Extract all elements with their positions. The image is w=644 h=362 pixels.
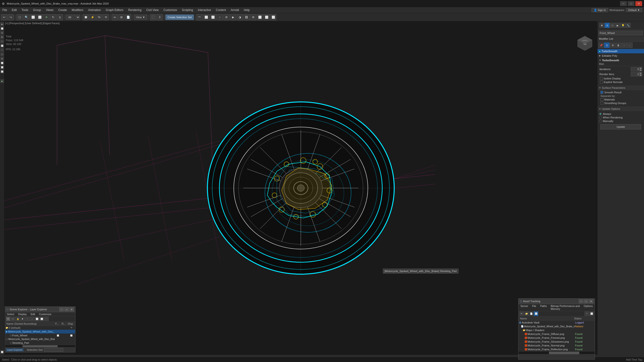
se-tb-1[interactable]: ⬡ (11, 317, 15, 321)
at-minimize-btn[interactable]: ─ (579, 299, 583, 303)
manually-radio[interactable] (599, 120, 602, 122)
settings-button[interactable]: ⚙ (250, 14, 256, 20)
left-icon-3[interactable]: ⚙ (0, 31, 4, 35)
left-icon-7[interactable]: ○ (0, 48, 4, 52)
snap-toggle-button[interactable]: 🔲 (83, 14, 89, 20)
se-scrollbar[interactable] (5, 345, 75, 347)
at-tb-help[interactable]: ? (584, 312, 589, 316)
schematic-view-button[interactable]: ⬜ (210, 14, 216, 20)
se-tb-lock[interactable]: 🔒 (16, 317, 20, 321)
menu-create[interactable]: Create (56, 8, 69, 12)
rp-display-icon[interactable]: 💡 (620, 23, 625, 28)
menu-edit[interactable]: Edit (9, 8, 19, 12)
render-iters-down[interactable]: ▼ (639, 74, 642, 76)
menu-content[interactable]: Content (214, 8, 228, 12)
at-title-bar[interactable]: ⬡ Asset Tracking ─ □ ✕ (518, 299, 595, 304)
redo-button[interactable]: ↪ (8, 14, 14, 20)
at-tb-refresh[interactable]: ↻ (520, 312, 524, 316)
extra-btn2[interactable]: ⬜ (264, 14, 270, 20)
3d-snap-button[interactable]: ⛶ (150, 14, 156, 20)
render-button[interactable]: ▶ (230, 14, 236, 20)
at-maximize-btn[interactable]: □ (584, 299, 588, 303)
left-icon-8[interactable]: ⬡ (0, 52, 4, 56)
material-editor-button[interactable]: ○ (216, 14, 223, 20)
extra-btn1[interactable]: ⬜ (257, 14, 263, 20)
when-rendering-radio[interactable] (599, 116, 602, 119)
menu-scripting[interactable]: Scripting (180, 8, 196, 12)
at-menu-paths[interactable]: Paths (538, 304, 549, 311)
menu-help[interactable]: Help (242, 8, 252, 12)
rp-motion-icon[interactable]: ▶ (615, 23, 620, 28)
scale-button[interactable]: ⧖ (57, 14, 63, 20)
menu-group[interactable]: Group (31, 8, 43, 12)
se-menu-display[interactable]: Display (16, 312, 29, 316)
at-row-normal[interactable]: Motorcycle_Frame_Normal.png Found (518, 344, 595, 348)
se-layer-explorer-tab[interactable]: Layer Explorer (6, 348, 24, 352)
view-button[interactable]: View ▼ (134, 14, 147, 20)
select-region-button[interactable]: ⬜ (30, 14, 36, 20)
se-menu-edit[interactable]: Edit (29, 312, 37, 316)
se-tb-sort-asc[interactable]: ↑ (25, 317, 30, 321)
at-tb-grid[interactable]: ⬜ (534, 312, 538, 316)
at-tb-file[interactable]: 📄 (529, 312, 533, 316)
undo-button[interactable]: ↩ (1, 14, 7, 20)
at-close-btn[interactable]: ✕ (589, 299, 593, 303)
menu-animation[interactable]: Animation (86, 8, 103, 12)
dope-sheet-button[interactable]: ⬜ (203, 14, 209, 20)
se-row-motorcycle-obj[interactable]: ⬡ Motorcycle_Spoked_Wheel_with_Disc_Brak… (5, 337, 75, 341)
select-object-button[interactable]: ⬡ (16, 14, 23, 20)
menu-graph-editors[interactable]: Graph Editors (103, 8, 126, 12)
at-scrollbar[interactable] (518, 351, 595, 354)
se-close-btn[interactable]: ✕ (70, 308, 74, 311)
se-title-bar[interactable]: ⬡ Scene Explorer - Layer Explorer ─ □ ✕ (5, 307, 75, 312)
menu-civil-view[interactable]: Civil View (144, 8, 161, 12)
smooth-result-checkbox[interactable] (600, 91, 603, 94)
render-iters-spinbox[interactable]: ▲ ▼ (631, 72, 642, 76)
close-button[interactable]: ✕ (636, 1, 642, 6)
menu-file[interactable]: File (0, 8, 9, 12)
curve-editor-button[interactable]: 〜 (196, 14, 202, 20)
se-row-front-wheel[interactable]: ⬡ Front_Wheel ⬜ ⬜ (5, 334, 75, 337)
mod-configure-btn[interactable]: ⚙ (610, 42, 615, 48)
rp-modify-icon[interactable]: ⚙ (605, 23, 610, 28)
at-row-diffuse[interactable]: Motorcycle_Frame_Diffuse.png Found (518, 332, 595, 336)
smoothing-groups-checkbox[interactable] (600, 102, 603, 105)
viewport[interactable]: [+] [Perspective] [User Defined] [Edged … (4, 21, 597, 355)
rp-create-icon[interactable]: ✚ (600, 23, 604, 28)
navigation-cube[interactable]: Top FRONT (577, 36, 592, 51)
render-setup-button[interactable]: ⚙ (223, 14, 230, 20)
iterations-down[interactable]: ▼ (639, 69, 642, 71)
se-minimize-btn[interactable]: ─ (60, 308, 64, 311)
se-row-0-default[interactable]: 📁 0 (default) 👁 (5, 326, 75, 330)
at-scroll-thumb[interactable] (549, 352, 579, 354)
se-tb-add[interactable]: ✚ (20, 317, 25, 321)
create-selection-set-button[interactable]: Create Selection Set (166, 14, 194, 20)
se-tb-filter[interactable]: ⬜ (35, 317, 39, 321)
extra-btn3[interactable]: ⬜ (270, 14, 276, 20)
all-dropdown[interactable]: All (66, 14, 80, 20)
left-icon-6[interactable]: ⬜ (0, 44, 4, 48)
at-tb-folder[interactable]: 📁 (524, 312, 528, 316)
render-iters-input[interactable] (631, 72, 639, 76)
menu-modifiers[interactable]: Modifiers (69, 8, 86, 12)
layer-button[interactable]: 📄 (125, 14, 131, 20)
at-menu-server[interactable]: Server (518, 304, 530, 311)
modifier-turbosm[interactable]: ● TurboSmooth (598, 49, 644, 53)
mirror-button[interactable]: ⇔ (112, 14, 118, 20)
se-tb-more[interactable]: ⋯ (44, 317, 48, 321)
at-menu-options[interactable]: Options (582, 304, 595, 311)
menu-tools[interactable]: Tools (19, 8, 31, 12)
spinner-snap-button[interactable]: ⟲ (103, 14, 109, 20)
iterations-input[interactable] (631, 67, 639, 71)
left-icon-9[interactable]: ⊞ (0, 57, 4, 60)
se-menu-select[interactable]: Select (5, 312, 16, 316)
at-tb-expand[interactable]: ⬜ (590, 312, 594, 316)
select-move-button[interactable]: ✛ (43, 14, 50, 20)
at-row-maps[interactable]: 📂 Maps / Shaders (518, 328, 595, 332)
at-row-fresnel[interactable]: Motorcycle_Frame_Fresnel.png Found (518, 336, 595, 340)
menu-views[interactable]: Views (43, 8, 56, 12)
mod-delete-btn[interactable]: 🗑 (616, 42, 621, 48)
at-row-vault[interactable]: 🏛 Autodesk Vault Logged (518, 321, 595, 325)
select-by-name-button[interactable]: 🔍 (23, 14, 30, 20)
update-options-header[interactable]: Update Options (598, 107, 644, 111)
